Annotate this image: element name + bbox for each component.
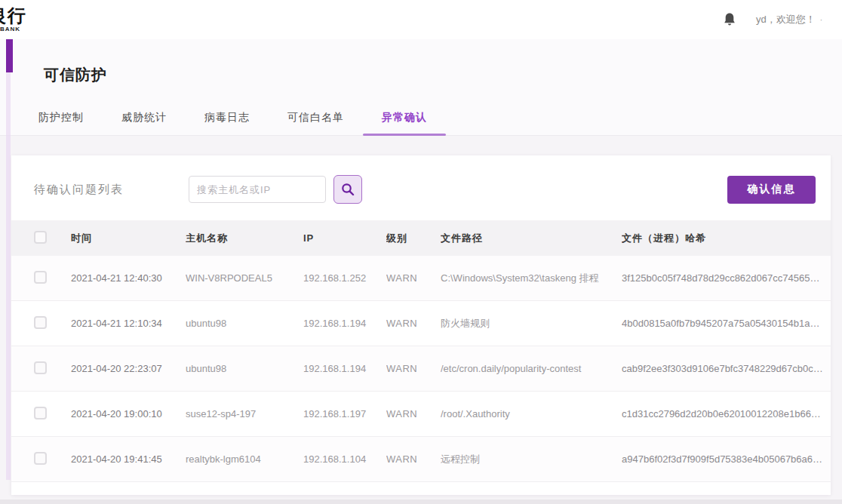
- table-header-row: 时间 主机名称 IP 级别 文件路径 文件（进程）哈希: [11, 220, 831, 256]
- cell-ip: 192.168.1.194: [303, 318, 386, 329]
- col-header-hash: 文件（进程）哈希: [622, 232, 831, 245]
- search-button[interactable]: [333, 175, 362, 204]
- cell-hash: a947b6f02f3d7f909f5d75383e4b05067b6a615b: [622, 453, 831, 465]
- user-menu[interactable]: yd，欢迎您！ ·: [756, 13, 822, 26]
- cell-time: 2021-04-21 12:10:34: [71, 318, 186, 329]
- cell-path: C:\Windows\System32\taskeng 排程: [441, 272, 622, 285]
- confirm-info-button[interactable]: 确认信息: [727, 176, 816, 204]
- cell-level: WARN: [386, 453, 441, 465]
- caret-down-icon: ·: [820, 16, 822, 24]
- cell-host: realtybk-lgm6104: [186, 453, 303, 465]
- top-header: 银行 BANK yd，欢迎您！ ·: [0, 0, 842, 39]
- row-checkbox[interactable]: [34, 316, 47, 329]
- cell-level: WARN: [386, 272, 441, 284]
- issues-table: 时间 主机名称 IP 级别 文件路径 文件（进程）哈希 2021-04-21 1…: [11, 220, 831, 482]
- sidebar-accent-dark: [6, 39, 13, 72]
- cell-ip: 192.168.1.197: [303, 408, 386, 419]
- row-checkbox[interactable]: [34, 361, 47, 374]
- page-head: 可信防护 防护控制威胁统计病毒日志可信白名单异常确认: [0, 39, 842, 136]
- cell-time: 2021-04-21 12:40:30: [71, 272, 186, 284]
- col-header-host: 主机名称: [186, 232, 303, 245]
- cell-hash: 4b0d0815a0fb7b945207a75a05430154b1acea7a: [622, 318, 831, 329]
- row-checkbox[interactable]: [34, 452, 47, 465]
- table-row: 2021-04-21 12:10:34 ubuntu98 192.168.1.1…: [11, 301, 831, 346]
- toolbar: 待确认问题列表 确认信息: [11, 155, 831, 220]
- col-header-ip: IP: [303, 232, 386, 244]
- cell-host: WIN-V8RPODEAL5: [186, 272, 303, 284]
- cell-level: WARN: [386, 408, 441, 419]
- page-title: 可信防护: [0, 39, 842, 85]
- user-greeting: yd，欢迎您！: [756, 13, 816, 26]
- tab-威胁统计[interactable]: 威胁统计: [103, 111, 186, 135]
- cell-path: 防火墙规则: [441, 317, 622, 330]
- cell-path: 远程控制: [441, 453, 622, 466]
- bank-logo: 银行 BANK: [0, 7, 35, 32]
- cell-time: 2021-04-20 19:41:45: [71, 453, 186, 465]
- cell-ip: 192.168.1.194: [303, 363, 386, 374]
- cell-hash: cab9f2ee3f303d9106e7bfc3748229d67cb0c475: [622, 363, 831, 374]
- cell-hash: 3f125b0c05f748d78d29cc862d067cc74565dabf: [622, 272, 831, 284]
- pending-issues-card: 待确认问题列表 确认信息 时间 主机名称 IP 级别 文件路径 文件（进程）哈希…: [11, 155, 831, 495]
- tab-病毒日志[interactable]: 病毒日志: [186, 111, 269, 135]
- col-header-path: 文件路径: [441, 232, 622, 245]
- footer-strip: [0, 499, 842, 504]
- cell-ip: 192.168.1.104: [303, 453, 386, 465]
- cell-host: ubuntu98: [186, 363, 303, 374]
- cell-level: WARN: [386, 318, 441, 329]
- table-row: 2021-04-21 12:40:30 WIN-V8RPODEAL5 192.1…: [11, 256, 831, 301]
- col-header-level: 级别: [386, 232, 441, 245]
- col-header-time: 时间: [71, 232, 186, 245]
- cell-hash: c1d31cc2796d2d20b0e62010012208e1b66e0d9b: [622, 408, 831, 419]
- cell-time: 2021-04-20 19:00:10: [71, 408, 186, 419]
- search-icon: [341, 183, 355, 196]
- cell-path: /root/.Xauthority: [441, 408, 622, 419]
- tab-bar: 防护控制威胁统计病毒日志可信白名单异常确认: [0, 85, 842, 136]
- row-checkbox[interactable]: [34, 407, 47, 419]
- bank-logo-text: 银行: [0, 7, 35, 25]
- search-input[interactable]: [189, 176, 326, 203]
- table-row: 2021-04-20 22:23:07 ubuntu98 192.168.1.1…: [11, 346, 831, 392]
- notification-bell-icon[interactable]: [723, 12, 736, 27]
- row-checkbox[interactable]: [34, 271, 47, 284]
- table-row: 2021-04-20 19:00:10 suse12-sp4-197 192.1…: [11, 392, 831, 437]
- tab-防护控制[interactable]: 防护控制: [20, 111, 103, 135]
- pending-list-label: 待确认问题列表: [34, 183, 124, 197]
- cell-host: suse12-sp4-197: [186, 408, 303, 419]
- cell-time: 2021-04-20 22:23:07: [71, 363, 186, 374]
- table-row: 2021-04-20 19:41:45 realtybk-lgm6104 192…: [11, 437, 831, 482]
- select-all-checkbox[interactable]: [34, 231, 47, 244]
- tab-异常确认[interactable]: 异常确认: [363, 111, 446, 135]
- table-body: 2021-04-21 12:40:30 WIN-V8RPODEAL5 192.1…: [11, 256, 831, 482]
- tab-可信白名单[interactable]: 可信白名单: [269, 111, 363, 135]
- bank-logo-subtext: BANK: [0, 26, 35, 32]
- cell-path: /etc/cron.daily/popularity-contest: [441, 363, 622, 374]
- sidebar-accent-light: [6, 72, 11, 480]
- cell-ip: 192.168.1.252: [303, 272, 386, 284]
- cell-host: ubuntu98: [186, 318, 303, 329]
- cell-level: WARN: [386, 363, 441, 374]
